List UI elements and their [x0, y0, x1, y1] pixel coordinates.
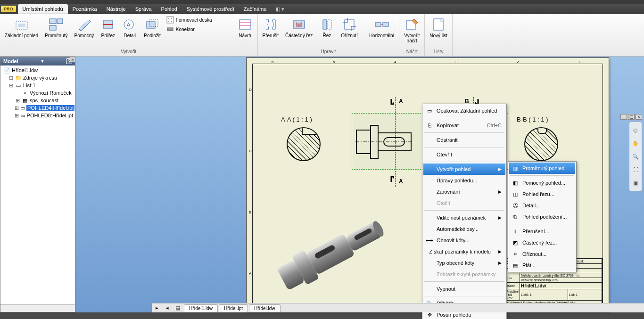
- sub-projected[interactable]: ▥Promítnutý pohled: [509, 163, 575, 174]
- sub-crop[interactable]: ⌗Oříznout...: [509, 248, 575, 260]
- projected-view-button[interactable]: Promítnutý: [42, 15, 70, 40]
- ctx-rotate: Otočit: [423, 197, 505, 209]
- crop-button[interactable]: Oříznutí: [338, 15, 361, 40]
- drawing-canvas[interactable]: – ▢ × 6 5 4 3 2 1 D C B A A-A ( 1 : 1 ): [75, 57, 644, 312]
- appearance-icon[interactable]: ◧ ▾: [275, 6, 284, 12]
- tree-root[interactable]: 📄Hřídel1.idw: [1, 66, 74, 74]
- ctx-auto-centerlines[interactable]: Automatické osy...: [423, 223, 505, 235]
- zoom-all-icon[interactable]: ⛶: [630, 164, 641, 175]
- nailboard-button[interactable]: Formovací deska: [165, 15, 214, 25]
- section-bb-view[interactable]: [524, 127, 558, 161]
- svg-rect-10: [147, 22, 155, 28]
- pan-tool-icon[interactable]: ✋: [630, 138, 641, 148]
- tree-border[interactable]: ▫Výchozí Rámeček: [1, 89, 74, 97]
- doctab-1[interactable]: Hřídel1.idw: [184, 304, 218, 312]
- titleblock-icon: ▦: [22, 97, 28, 104]
- new-sheet-button[interactable]: Nový list: [427, 15, 450, 40]
- sub-detail[interactable]: ⒶDetail...: [509, 200, 575, 211]
- steering-wheel-icon[interactable]: ◎: [630, 125, 641, 135]
- tab-systemove[interactable]: Systémové prostředí: [182, 4, 239, 14]
- tab-umisteni[interactable]: Umístění pohledů: [18, 4, 68, 14]
- group-sheets-label: Listy: [427, 48, 450, 55]
- sub-overlay[interactable]: ⧉Pohled podložení...: [509, 211, 575, 222]
- ctx-general-dim-type[interactable]: Typ obecné kóty▶: [423, 257, 505, 269]
- tree-resources[interactable]: ⊞📁Zdroje výkresu: [1, 74, 74, 82]
- break-button[interactable]: Přerušit: [260, 15, 281, 40]
- create-sketch-button[interactable]: Vytvořit náčrt: [401, 15, 422, 45]
- folder-icon: 📁: [15, 74, 22, 81]
- connector-button[interactable]: Konektor: [165, 25, 214, 34]
- repeat-icon: ▭: [425, 107, 434, 115]
- tree-view8[interactable]: ⊞▭POHLED8:Hřídel.ipt: [1, 112, 74, 119]
- browser-close-button[interactable]: ×: [70, 57, 75, 62]
- tree-titleblock[interactable]: ⊞▦sps_soucast: [1, 97, 74, 104]
- close-button[interactable]: ×: [636, 114, 642, 120]
- ctx-repeat[interactable]: ▭Opakovat Základní pohled: [423, 105, 505, 116]
- doctab-3[interactable]: Hřídel.idw: [249, 304, 280, 312]
- minimize-button[interactable]: –: [620, 114, 627, 120]
- svg-rect-22: [323, 20, 327, 29]
- maximize-button[interactable]: ▢: [628, 114, 635, 120]
- browser-scrollbar[interactable]: [0, 304, 75, 312]
- tree-view4[interactable]: ⊞▭POHLED4:Hřídel.ipt: [1, 104, 74, 112]
- ctx-retrieve-dims[interactable]: ⟷Obnovit kóty...: [423, 235, 505, 246]
- section-icon: ◫: [511, 190, 520, 198]
- zoom-window-icon[interactable]: ▣: [630, 178, 641, 188]
- view-icon: ▭: [20, 105, 25, 111]
- section-view-button[interactable]: Průřez: [98, 15, 118, 40]
- tabstrip-icon[interactable]: ◂: [163, 304, 172, 312]
- tree-sheet[interactable]: ⊟▭List:1: [1, 82, 74, 89]
- tab-zaciname[interactable]: Začínáme: [239, 4, 272, 14]
- svg-rect-18: [239, 20, 251, 29]
- ctx-annotation-visibility[interactable]: Viditelnost poznámek▶: [423, 212, 505, 223]
- overlay-view-icon: [145, 17, 160, 32]
- svg-text:A: A: [127, 22, 131, 27]
- overlay-view-button[interactable]: Podložit: [141, 15, 164, 40]
- ctx-delete[interactable]: Odstranit: [423, 134, 505, 146]
- slice-icon: ▤: [511, 262, 520, 269]
- svg-point-14: [171, 18, 172, 19]
- ctx-create-view[interactable]: Vytvořit pohled▶: [423, 164, 505, 175]
- browser-header[interactable]: Model▼ ?: [0, 57, 75, 65]
- horizontal-button[interactable]: Horizontální: [366, 15, 397, 40]
- sub-auxiliary[interactable]: ◧Pomocný pohled...: [509, 177, 575, 188]
- tab-poznamka[interactable]: Poznámka: [68, 4, 102, 14]
- ctx-edit-view[interactable]: Úpravy pohledu...: [423, 175, 505, 186]
- ctx-alignment[interactable]: Zarovnání▶: [423, 186, 505, 197]
- new-sheet-icon: [431, 17, 446, 32]
- draft-view-icon: [238, 17, 253, 32]
- group-sketch-label: Náčrt: [401, 48, 422, 55]
- detail-view-button[interactable]: ADetail: [119, 15, 140, 40]
- tab-sprava[interactable]: Správa: [131, 4, 157, 14]
- sub-section[interactable]: ◫Pohled řezu...: [509, 188, 575, 200]
- ctx-get-annotations[interactable]: Získat poznámky k modelu▶: [423, 246, 505, 257]
- svg-rect-24: [345, 20, 354, 29]
- breakout-button[interactable]: Částečný řez: [282, 15, 315, 40]
- tab-pohled[interactable]: Pohled: [157, 4, 182, 14]
- svg-rect-4: [50, 25, 56, 30]
- sub-breakout[interactable]: ◩Částečný řez...: [509, 237, 575, 248]
- section-aa-view[interactable]: [287, 127, 321, 161]
- sub-slice[interactable]: ▤Plát...: [509, 260, 575, 271]
- browser-tree[interactable]: 📄Hřídel1.idw ⊞📁Zdroje výkresu ⊟▭List:1 ▫…: [0, 65, 75, 304]
- tabstrip-icon[interactable]: ▸: [153, 304, 161, 312]
- draft-view-button[interactable]: Návrh: [235, 15, 256, 40]
- zoom-tool-icon[interactable]: 🔍: [630, 151, 641, 162]
- ctx-copy[interactable]: ⎘KopírovatCtrl+C: [423, 120, 505, 131]
- isometric-view[interactable]: [267, 205, 408, 300]
- tabstrip-icon[interactable]: ▤: [173, 304, 182, 312]
- svg-rect-1: [18, 24, 25, 27]
- auxiliary-view-button[interactable]: Pomocný: [72, 15, 97, 40]
- sheet-icon: ▭: [15, 82, 22, 89]
- ribbon-tabs: PRO Umístění pohledů Poznámka Nástroje S…: [0, 4, 644, 14]
- border-icon: ▫: [22, 90, 28, 96]
- ctx-open[interactable]: Otevřít: [423, 149, 505, 160]
- tab-nastroje[interactable]: Nástroje: [102, 4, 131, 14]
- base-view-button[interactable]: Základní pohled: [2, 15, 41, 40]
- sub-break[interactable]: ⦀Přerušení...: [509, 226, 575, 237]
- ctx-suppress[interactable]: Vypnout: [423, 283, 505, 294]
- slice-button[interactable]: Řez: [316, 15, 337, 40]
- doctab-2[interactable]: Hřídel.ipt: [219, 304, 248, 312]
- front-view[interactable]: [355, 121, 412, 163]
- ruler-mark: 2: [517, 60, 519, 64]
